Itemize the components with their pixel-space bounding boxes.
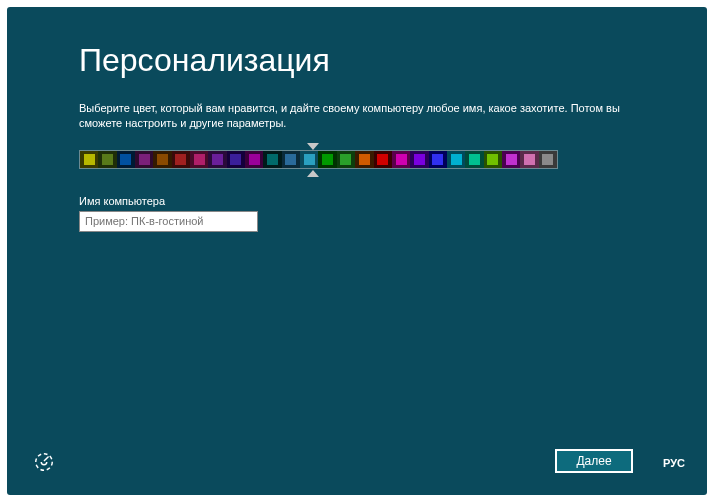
color-swatch[interactable] [410,151,428,168]
page-title: Персонализация [79,42,635,79]
slider-pointer-top [307,143,319,150]
color-swatch[interactable] [208,151,226,168]
setup-window: Персонализация Выберите цвет, который ва… [7,7,707,495]
next-button[interactable]: Далее [555,449,633,473]
color-swatch[interactable] [447,151,465,168]
color-swatch[interactable] [520,151,538,168]
description-text: Выберите цвет, который вам нравится, и д… [79,101,635,132]
content-area: Персонализация Выберите цвет, который ва… [7,7,707,232]
color-swatch[interactable] [263,151,281,168]
color-swatch[interactable] [502,151,520,168]
slider-pointer-bottom [307,170,319,177]
color-swatch[interactable] [172,151,190,168]
color-swatch[interactable] [190,151,208,168]
color-swatch[interactable] [245,151,263,168]
color-swatch[interactable] [392,151,410,168]
color-swatch[interactable] [227,151,245,168]
color-swatch[interactable] [374,151,392,168]
pc-name-label: Имя компьютера [79,195,635,207]
input-language-indicator[interactable]: РУС [663,457,685,469]
color-swatch[interactable] [117,151,135,168]
color-swatch[interactable] [318,151,336,168]
color-slider-wrap [79,150,558,169]
color-swatch[interactable] [355,151,373,168]
color-swatch[interactable] [98,151,116,168]
svg-point-0 [36,454,53,471]
color-swatch[interactable] [135,151,153,168]
color-swatch[interactable] [465,151,483,168]
color-swatch[interactable] [282,151,300,168]
color-swatch[interactable] [429,151,447,168]
color-swatch[interactable] [484,151,502,168]
footer-bar: Далее РУС [7,441,707,495]
color-slider[interactable] [79,150,558,169]
color-swatch[interactable] [300,151,318,168]
color-swatch[interactable] [153,151,171,168]
svg-line-1 [44,457,49,462]
ease-of-access-icon[interactable] [33,451,55,473]
pc-name-input[interactable] [79,211,258,232]
color-swatch[interactable] [539,151,557,168]
color-swatch[interactable] [337,151,355,168]
color-swatch[interactable] [80,151,98,168]
